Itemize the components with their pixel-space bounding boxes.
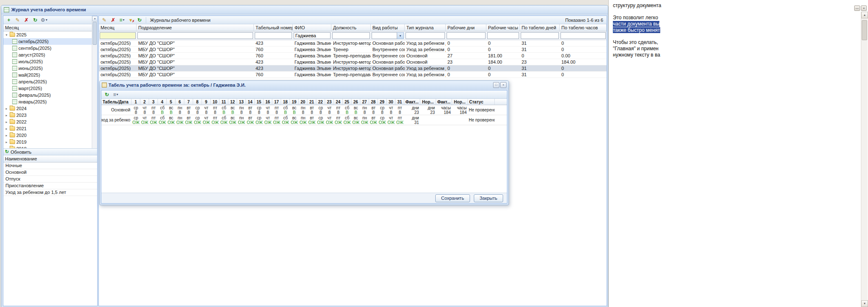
delete-button[interactable]: ✗ bbox=[109, 16, 117, 24]
scrollbar-thumb[interactable] bbox=[93, 22, 97, 45]
day-cell: чтОЖ bbox=[325, 115, 334, 125]
column-header[interactable]: Тип журнала bbox=[405, 24, 446, 31]
save-button[interactable]: Сохранить bbox=[435, 194, 470, 202]
list-item[interactable]: Основной bbox=[3, 169, 97, 176]
tree-item-year[interactable]: ▸2019 bbox=[3, 139, 97, 145]
day-cell: втОЖ bbox=[246, 115, 255, 125]
filter-input-fio[interactable] bbox=[294, 32, 331, 39]
column-header[interactable]: Месяц bbox=[99, 24, 137, 31]
scroll-up-icon[interactable]: ▲ bbox=[92, 16, 98, 21]
filter-input[interactable] bbox=[447, 32, 486, 39]
combo-dropdown-button[interactable]: ▾ bbox=[397, 32, 404, 39]
edit-button[interactable]: ✎ bbox=[13, 16, 22, 24]
tree-item-month[interactable]: февраль(2025) bbox=[3, 92, 97, 98]
tree-item-month[interactable]: август(2025) bbox=[3, 52, 97, 58]
filter-input[interactable] bbox=[137, 32, 253, 39]
delete-button[interactable]: ✗ bbox=[22, 16, 31, 24]
day-cell: пнОЖ bbox=[299, 115, 307, 125]
filter-input[interactable] bbox=[406, 32, 445, 39]
filter-input[interactable] bbox=[372, 32, 397, 39]
tree-item-year[interactable]: ▸2018 bbox=[3, 145, 97, 148]
day-value: ОЖ bbox=[229, 120, 236, 125]
grid-row[interactable]: октябрь(2025)МБУ ДО "СШОР"423Гаджиева Эл… bbox=[99, 59, 607, 65]
add-button[interactable]: + bbox=[5, 16, 13, 24]
day-cell: ср8 bbox=[316, 105, 325, 115]
caret-right-icon[interactable]: ▸ bbox=[5, 120, 8, 124]
column-header[interactable]: Должность bbox=[331, 24, 371, 31]
timesheet-row[interactable]: Уход за ребенкосрОЖчтОЖптОЖсбОЖвсОЖпнОЖв… bbox=[101, 115, 507, 125]
filter-input[interactable] bbox=[561, 32, 606, 39]
clear-filter-button[interactable]: ▼✗ bbox=[127, 16, 135, 24]
tree-item-year[interactable]: ▸2024 bbox=[3, 105, 97, 112]
column-header[interactable]: По табелю дней bbox=[520, 24, 560, 31]
day-value: ОЖ bbox=[256, 120, 263, 125]
grid-row[interactable]: октябрь(2025)МБУ ДО "СШОР"423Гаджиева Эл… bbox=[99, 65, 607, 72]
close-button[interactable]: × bbox=[861, 5, 867, 11]
column-header[interactable]: ФИО bbox=[293, 24, 331, 31]
tree-item-year[interactable]: ▾2025 bbox=[3, 31, 97, 38]
caret-right-icon[interactable]: ▸ bbox=[5, 134, 8, 137]
minimize-button[interactable]: — bbox=[854, 5, 860, 11]
tree-item-month[interactable]: октябрь(2025) bbox=[3, 38, 97, 45]
list-item[interactable]: Уход за ребенком до 1,5 лет bbox=[3, 189, 97, 196]
caret-down-icon[interactable]: ▾ bbox=[5, 33, 8, 37]
day-cell: пт8 bbox=[211, 105, 220, 115]
column-header[interactable]: Подразделение bbox=[137, 24, 254, 31]
caret-right-icon[interactable]: ▸ bbox=[5, 107, 8, 111]
tree-item-year[interactable]: ▸2020 bbox=[3, 132, 97, 139]
tree-item-month[interactable]: апрель(2025) bbox=[3, 78, 97, 85]
document-text-line: Это позволит легко bbox=[613, 15, 658, 21]
export-button[interactable]: ≡▾ bbox=[111, 91, 120, 98]
tree-item-year[interactable]: ▸2023 bbox=[3, 112, 97, 119]
tree-item-month[interactable]: март(2025) bbox=[3, 85, 97, 92]
grid-row[interactable]: октябрь(2025)МБУ ДО "СШОР"760Гаджиева Эл… bbox=[99, 53, 607, 59]
caret-right-icon[interactable]: ▸ bbox=[5, 127, 8, 131]
grid-row[interactable]: октябрь(2025)МБУ ДО "СШОР"760Гаджиева Эл… bbox=[99, 72, 607, 78]
actions-menu-button[interactable]: ≡▾ bbox=[118, 16, 126, 24]
filter-input[interactable] bbox=[521, 32, 559, 39]
scrollbar-thumb[interactable] bbox=[862, 20, 867, 40]
filter-input-month[interactable] bbox=[100, 32, 136, 39]
tree-item-month[interactable]: сентябрь(2025) bbox=[3, 45, 97, 52]
filter-input[interactable] bbox=[487, 32, 519, 39]
list-item[interactable]: Ночные bbox=[3, 163, 97, 169]
filter-input[interactable] bbox=[332, 32, 370, 39]
refresh-button[interactable]: ↻ bbox=[103, 91, 111, 98]
day-of-week: пт bbox=[398, 116, 402, 120]
scroll-up-icon[interactable]: ▲ bbox=[861, 12, 868, 18]
refresh-button[interactable]: ↻ bbox=[31, 16, 39, 24]
filter-input[interactable] bbox=[255, 32, 292, 39]
tree-item-month[interactable]: май(2025) bbox=[3, 72, 97, 78]
grid-row[interactable]: октябрь(2025)МБУ ДО "СШОР"423Гаджиева Эл… bbox=[99, 40, 607, 46]
list-item[interactable]: Отпуск bbox=[3, 176, 97, 183]
grid-cell: Основная работа bbox=[371, 59, 405, 65]
tree-item-month[interactable]: январь(2025) bbox=[3, 98, 97, 105]
grid-row[interactable]: октябрь(2025)МБУ ДО "СШОР"760Гаджиева Эл… bbox=[99, 46, 607, 53]
timesheet-row[interactable]: Основнойср8чт8пт8сбВвсВпн8вт8ср8чт8пт8сб… bbox=[101, 105, 507, 115]
day-number-header: 9 bbox=[202, 99, 211, 105]
restore-button[interactable]: □ bbox=[493, 82, 499, 88]
refresh-bar-button[interactable]: ↻ Обновить bbox=[3, 148, 97, 155]
list-item[interactable]: Приостановление bbox=[3, 183, 97, 189]
column-header[interactable]: Табельный номер bbox=[254, 24, 293, 31]
tree-item-month[interactable]: июнь(2025) bbox=[3, 65, 97, 72]
caret-right-icon[interactable]: ▸ bbox=[5, 114, 8, 117]
day-number-header: 21 bbox=[307, 99, 316, 105]
close-button[interactable]: × bbox=[500, 82, 506, 88]
scroll-down-icon[interactable]: ▼ bbox=[861, 300, 868, 307]
refresh-button[interactable]: ↻ bbox=[135, 16, 144, 24]
tree-item-month[interactable]: июль(2025) bbox=[3, 58, 97, 65]
close-dialog-button[interactable]: Закрыть bbox=[474, 194, 503, 202]
tree-item-year[interactable]: ▸2022 bbox=[3, 119, 97, 125]
month-column-header[interactable]: Месяц bbox=[3, 24, 97, 31]
column-header[interactable]: По табелю часов bbox=[560, 24, 607, 31]
column-header[interactable]: Вид работы bbox=[371, 24, 405, 31]
menu-button[interactable]: ⚙▾ bbox=[40, 16, 48, 24]
name-column-header[interactable]: Наименование bbox=[3, 155, 97, 163]
day-number-header: 26 bbox=[351, 99, 360, 105]
column-header[interactable]: Рабочие часы bbox=[486, 24, 520, 31]
caret-right-icon[interactable]: ▸ bbox=[5, 140, 8, 144]
edit-button[interactable]: ✎ bbox=[100, 16, 108, 24]
column-header[interactable]: Рабочие дни bbox=[446, 24, 486, 31]
tree-item-year[interactable]: ▸2021 bbox=[3, 125, 97, 132]
